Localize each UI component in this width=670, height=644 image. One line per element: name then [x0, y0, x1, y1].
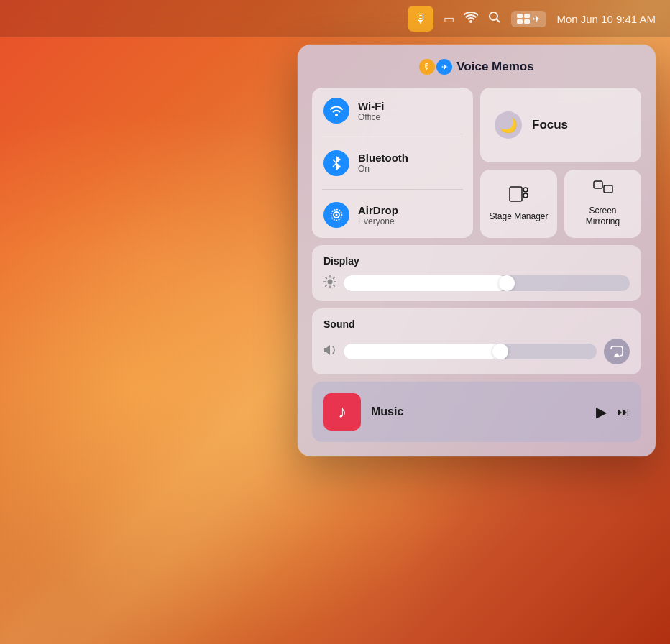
sound-section: Sound	[312, 308, 641, 374]
menubar-right: 🎙 ▭ ✈ Mon Jun 10 9:41 AM	[408, 6, 656, 32]
svg-rect-16	[604, 185, 612, 193]
divider-1	[322, 137, 463, 137]
svg-rect-15	[594, 181, 602, 188]
brightness-slider[interactable]	[344, 275, 630, 291]
svg-point-6	[335, 114, 338, 116]
right-column: 🌙 Focus Stage Manager	[480, 88, 641, 238]
stage-manager-icon	[509, 185, 529, 207]
music-controls: ▶ ⏭	[596, 403, 630, 420]
svg-line-22	[326, 277, 327, 279]
svg-point-0	[490, 12, 497, 20]
svg-line-1	[497, 19, 500, 22]
sound-slider-row	[323, 339, 630, 364]
brightness-icon	[323, 275, 336, 291]
control-center-menu-icon[interactable]: ✈	[511, 11, 546, 27]
mic-menu-button[interactable]: 🎙	[408, 6, 433, 32]
cc-header: 🎙 ✈ Voice Memos	[312, 59, 641, 75]
stage-manager-button[interactable]: Stage Manager	[480, 170, 557, 238]
search-menu-icon[interactable]	[488, 11, 501, 27]
volume-slider[interactable]	[344, 344, 597, 359]
airdrop-sub: Everyone	[358, 216, 398, 226]
cc-header-icons: 🎙 ✈	[419, 59, 452, 75]
svg-rect-5	[524, 19, 530, 24]
svg-rect-4	[517, 19, 523, 24]
svg-point-17	[328, 280, 333, 285]
wifi-name: Wi-Fi	[358, 100, 385, 112]
focus-button[interactable]: 🌙 Focus	[480, 88, 641, 162]
divider-2	[322, 189, 463, 190]
svg-line-24	[334, 277, 335, 279]
svg-rect-12	[510, 187, 522, 201]
airdrop-name: AirDrop	[358, 204, 398, 216]
display-section: Display	[312, 245, 641, 301]
stage-manager-label: Stage Manager	[489, 211, 548, 223]
bluetooth-name: Bluetooth	[358, 152, 408, 164]
airplay-icon[interactable]	[604, 339, 630, 364]
focus-label: Focus	[532, 118, 568, 132]
music-title: Music	[371, 405, 586, 418]
airdrop-text: AirDrop Everyone	[358, 204, 398, 226]
display-slider-row	[323, 275, 630, 291]
svg-point-14	[523, 193, 528, 198]
svg-point-11	[336, 214, 338, 216]
wifi-item[interactable]: Wi-Fi Office	[323, 98, 462, 124]
play-button[interactable]: ▶	[596, 403, 607, 420]
screen-mirroring-label: Screen Mirroring	[572, 206, 634, 228]
moon-icon: 🌙	[495, 111, 522, 139]
bluetooth-sub: On	[358, 164, 408, 174]
volume-icon	[323, 344, 336, 359]
svg-line-23	[334, 285, 335, 287]
screen-mirroring-button[interactable]: Screen Mirroring	[564, 170, 641, 238]
menubar: 🎙 ▭ ✈ Mon Jun 10 9:41 AM	[0, 0, 670, 37]
svg-rect-3	[524, 14, 530, 18]
wifi-sub: Office	[358, 112, 385, 122]
svg-line-25	[326, 285, 327, 287]
airdrop-icon	[323, 202, 349, 228]
menubar-time: Mon Jun 10 9:41 AM	[556, 13, 656, 25]
cc-header-title: Voice Memos	[456, 60, 533, 74]
bluetooth-text: Bluetooth On	[358, 152, 408, 174]
bluetooth-icon	[323, 150, 349, 176]
now-playing-section: ♪ Music ▶ ⏭	[312, 382, 641, 442]
wifi-icon	[323, 98, 349, 124]
sound-label: Sound	[323, 318, 630, 330]
mini-buttons: Stage Manager Screen Mirroring	[480, 170, 641, 238]
cc-mic-icon: 🎙	[419, 59, 435, 75]
fast-forward-button[interactable]: ⏭	[617, 405, 630, 420]
cc-location-icon: ✈	[436, 59, 452, 75]
network-panel: Wi-Fi Office Bluetooth On	[312, 88, 473, 238]
wifi-text: Wi-Fi Office	[358, 100, 385, 122]
svg-rect-2	[517, 14, 523, 18]
music-app-icon: ♪	[323, 393, 361, 431]
bluetooth-item[interactable]: Bluetooth On	[323, 150, 462, 176]
screen-mirroring-icon	[593, 180, 613, 201]
airdrop-item[interactable]: AirDrop Everyone	[323, 202, 462, 228]
display-label: Display	[323, 255, 630, 267]
svg-point-13	[523, 188, 528, 192]
wifi-menu-icon	[464, 12, 478, 27]
cc-top-grid: Wi-Fi Office Bluetooth On	[312, 88, 641, 238]
control-center-panel: 🎙 ✈ Voice Memos Wi-Fi Office	[298, 45, 656, 456]
battery-icon: ▭	[444, 12, 454, 26]
